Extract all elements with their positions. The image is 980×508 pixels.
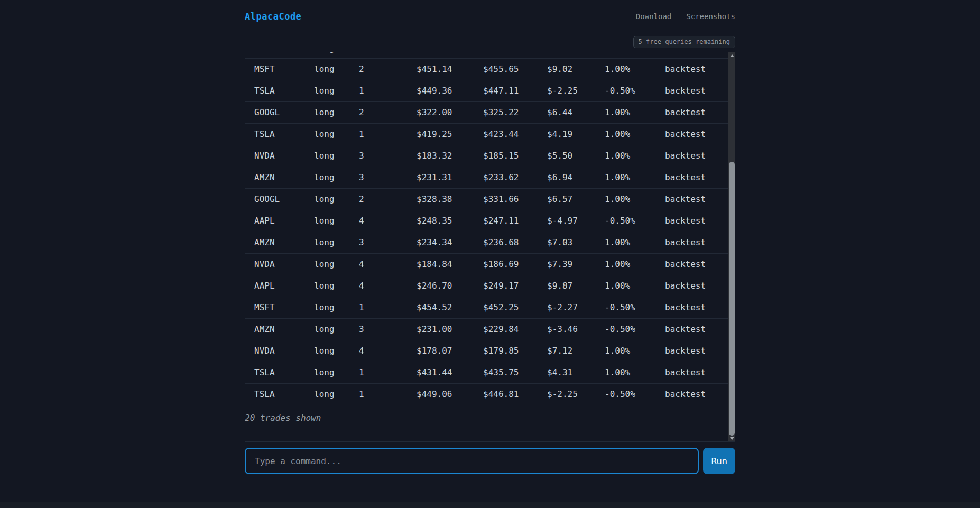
table-row: GOOGLlong2$328.38$331.66$6.571.00%backte… — [245, 189, 735, 210]
cell-qty: 3 — [359, 232, 417, 253]
table-row: MSFTlong1$454.52$452.25$-2.27-0.50%backt… — [245, 297, 735, 319]
cell-exit: $236.68 — [483, 232, 547, 253]
cell-pnl: $-2.25 — [547, 384, 605, 405]
app-logo[interactable]: AlpacaCode — [245, 11, 301, 22]
cell-source: backtest — [665, 189, 735, 210]
cell-qty: 3 — [359, 319, 417, 340]
cell-symbol: MSFT — [254, 59, 314, 80]
cell-pnl: $6.44 — [547, 102, 605, 123]
cell-side: long — [314, 102, 359, 123]
cell-source: backtest — [665, 340, 735, 362]
header-nav: Download Screenshots — [636, 12, 735, 21]
cell-side: long — [314, 189, 359, 210]
table-row: TSLAlong1$449.06$446.81$-2.25-0.50%backt… — [245, 384, 735, 405]
cell-exit: $229.84 — [483, 319, 547, 340]
cell-source: backtest — [665, 102, 735, 123]
cell-symbol: AMZN — [254, 319, 314, 340]
cell-source: backtest — [665, 167, 735, 188]
cell-symbol: GOOGL — [254, 189, 314, 210]
cell-symbol: TSLA — [254, 362, 314, 383]
cell-exit: $325.22 — [483, 102, 547, 123]
table-row: AMZNlong3$234.34$236.68$7.031.00%backtes… — [245, 232, 735, 254]
cell-qty: 3 — [359, 167, 417, 188]
run-button[interactable]: Run — [703, 448, 735, 474]
cell-side: long — [314, 145, 359, 167]
cell-source: backtest — [665, 80, 735, 101]
cell-source: backtest — [665, 275, 735, 297]
cell-entry: $449.36 — [417, 80, 483, 101]
cell-pct: -0.50% — [605, 80, 665, 101]
cell-source: backtest — [665, 384, 735, 405]
cell-pct: 1.00% — [605, 167, 665, 188]
cell-symbol: GOOGL — [254, 102, 314, 123]
vertical-scrollbar[interactable] — [728, 52, 735, 442]
nav-download-link[interactable]: Download — [636, 12, 671, 21]
cell-qty: 1 — [359, 124, 417, 145]
cell-entry: $431.44 — [417, 362, 483, 383]
cell-qty: 1 — [359, 384, 417, 405]
cell-qty: 2 — [359, 102, 417, 123]
cell-entry: $322.00 — [417, 102, 483, 123]
cell-qty: 3 — [359, 145, 417, 167]
cell-qty: 1 — [359, 362, 417, 383]
cell-pnl: $4.31 — [547, 362, 605, 383]
table-row: AAPLlong4$248.35$247.11$-4.97-0.50%backt… — [245, 210, 735, 232]
cell-symbol: NVDA — [254, 145, 314, 167]
cell-source: backtest — [665, 297, 735, 318]
cell-side: long — [314, 340, 359, 362]
cell-pct: 1.00% — [605, 59, 665, 80]
cell-entry: $231.00 — [417, 319, 483, 340]
cell-exit: $186.69 — [483, 254, 547, 275]
cell-pnl: $7.39 — [547, 254, 605, 275]
table-row: TSLAlong1$449.36$447.11$-2.25-0.50%backt… — [245, 80, 735, 102]
scrollbar-thumb[interactable] — [729, 162, 735, 436]
cell-entry: $183.32 — [417, 145, 483, 167]
scrollbar-up-button[interactable] — [728, 52, 735, 59]
cell-pct: 1.00% — [605, 362, 665, 383]
cell-pct: 1.00% — [605, 124, 665, 145]
scrollbar-down-button[interactable] — [728, 435, 735, 442]
cell-exit: $249.17 — [483, 275, 547, 297]
cell-source: backtest — [665, 254, 735, 275]
header: AlpacaCode Download Screenshots — [245, 0, 735, 31]
cell-qty: 4 — [359, 254, 417, 275]
cell-exit: $452.25 — [483, 297, 547, 318]
arrow-down-icon — [730, 437, 734, 440]
cell-exit: $455.65 — [483, 59, 547, 80]
trades-scroll-area[interactable]: long MSFTlong2$451.14$455.65$9.021.00%ba… — [245, 52, 735, 442]
cell-symbol: TSLA — [254, 384, 314, 405]
cell-entry: $454.52 — [417, 297, 483, 318]
cell-pnl: $-2.27 — [547, 297, 605, 318]
header-divider — [245, 31, 980, 31]
cell-source: backtest — [665, 59, 735, 80]
cell-symbol: MSFT — [254, 297, 314, 318]
cell-symbol: TSLA — [254, 124, 314, 145]
command-input[interactable] — [245, 448, 699, 474]
cell-entry: $246.70 — [417, 275, 483, 297]
cell-source: backtest — [665, 319, 735, 340]
table-row: NVDAlong3$183.32$185.15$5.501.00%backtes… — [245, 145, 735, 167]
cell-source: backtest — [665, 210, 735, 232]
nav-screenshots-link[interactable]: Screenshots — [686, 12, 735, 21]
cell-source: backtest — [665, 232, 735, 253]
cell-side: long — [314, 254, 359, 275]
cell-pnl: $6.57 — [547, 189, 605, 210]
cell-exit: $233.62 — [483, 167, 547, 188]
queries-remaining-badge: 5 free queries remaining — [633, 36, 735, 48]
cell-qty: 4 — [359, 210, 417, 232]
cell-pnl: $7.03 — [547, 232, 605, 253]
page-bottom-strip — [0, 502, 980, 508]
cell-exit: $447.11 — [483, 80, 547, 101]
cell-entry: $178.07 — [417, 340, 483, 362]
cell-pct: 1.00% — [605, 145, 665, 167]
cell-qty: 4 — [359, 340, 417, 362]
cell-entry: $328.38 — [417, 189, 483, 210]
cell-entry: $184.84 — [417, 254, 483, 275]
cell-pnl: $9.87 — [547, 275, 605, 297]
cell-entry: $248.35 — [417, 210, 483, 232]
cell-entry: $234.34 — [417, 232, 483, 253]
cell-pnl: $7.12 — [547, 340, 605, 362]
cell-symbol: AAPL — [254, 210, 314, 232]
cell-exit: $331.66 — [483, 189, 547, 210]
cell-symbol: AMZN — [254, 232, 314, 253]
